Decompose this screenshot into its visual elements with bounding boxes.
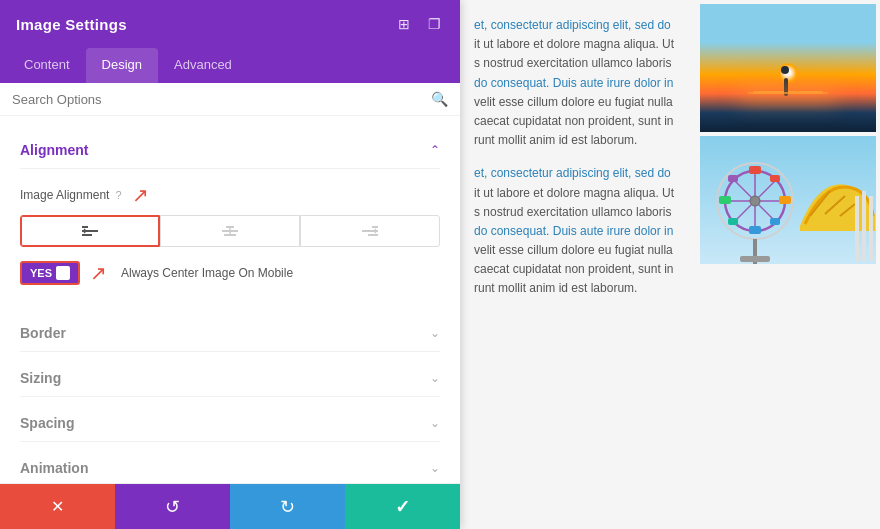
- arrow-annotation-2: ↗: [90, 261, 107, 285]
- alignment-field-label: Image Alignment ? ↗: [20, 183, 440, 207]
- arrow-annotation-1: ↗: [132, 183, 149, 207]
- beach-image: [700, 4, 876, 132]
- svg-rect-23: [749, 166, 761, 174]
- sizing-chevron: ⌄: [430, 371, 440, 385]
- svg-rect-29: [728, 218, 738, 225]
- svg-rect-0: [82, 226, 88, 228]
- section-alignment-header[interactable]: Alignment ⌃: [20, 132, 440, 169]
- tabs-bar: Content Design Advanced: [0, 48, 460, 83]
- text-column: et, consectetur adipiscing elit, sed do …: [460, 0, 700, 529]
- tab-design[interactable]: Design: [86, 48, 158, 83]
- ferris-image-visual: [700, 136, 876, 264]
- svg-rect-27: [728, 175, 738, 182]
- content-preview: et, consectetur adipiscing elit, sed do …: [460, 0, 880, 529]
- section-animation-header[interactable]: Animation ⌄: [20, 450, 440, 483]
- redo-icon: ↻: [280, 496, 295, 518]
- beach-image-visual: [700, 4, 876, 132]
- layout-icon[interactable]: ❐: [424, 14, 444, 34]
- sizing-title: Sizing: [20, 370, 61, 386]
- spacing-title: Spacing: [20, 415, 74, 431]
- search-input[interactable]: [12, 92, 431, 107]
- alignment-title: Alignment: [20, 142, 88, 158]
- align-center-button[interactable]: [160, 215, 300, 247]
- svg-rect-14: [855, 196, 859, 261]
- section-spacing: Spacing ⌄: [20, 405, 440, 442]
- search-bar: 🔍: [0, 83, 460, 116]
- cancel-button[interactable]: ✕: [0, 484, 115, 529]
- svg-rect-30: [770, 218, 780, 225]
- cancel-icon: ✕: [51, 497, 64, 516]
- toggle-yes-label: YES: [30, 267, 52, 279]
- content-area: et, consectetur adipiscing elit, sed do …: [460, 0, 880, 529]
- header-icons: ⊞ ❐: [394, 14, 444, 34]
- svg-rect-2: [82, 234, 92, 236]
- alignment-chevron: ⌃: [430, 143, 440, 157]
- images-column: [700, 0, 880, 529]
- svg-rect-28: [770, 175, 780, 182]
- tab-advanced[interactable]: Advanced: [158, 48, 248, 83]
- grid-icon[interactable]: ⊞: [394, 14, 414, 34]
- section-border: Border ⌄: [20, 315, 440, 352]
- help-icon[interactable]: ?: [115, 189, 121, 201]
- toggle-indicator: [56, 266, 70, 280]
- svg-rect-26: [779, 196, 791, 204]
- center-mobile-field: YES ↗ Always Center Image On Mobile: [20, 261, 440, 285]
- tab-content[interactable]: Content: [8, 48, 86, 83]
- toggle-button[interactable]: YES: [20, 261, 80, 285]
- section-sizing-header[interactable]: Sizing ⌄: [20, 360, 440, 396]
- animation-title: Animation: [20, 460, 88, 476]
- svg-point-31: [750, 196, 760, 206]
- panel-footer: ✕ ↺ ↻ ✓: [0, 483, 460, 529]
- alignment-buttons: [20, 215, 440, 247]
- text-block-1: et, consectetur adipiscing elit, sed do …: [474, 16, 686, 150]
- border-title: Border: [20, 325, 66, 341]
- svg-rect-9: [368, 234, 378, 236]
- panel-content: Alignment ⌃ Image Alignment ? ↗: [0, 116, 460, 483]
- section-animation: Animation ⌄: [20, 450, 440, 483]
- redo-button[interactable]: ↻: [230, 484, 345, 529]
- svg-rect-8: [362, 230, 378, 232]
- svg-rect-25: [719, 196, 731, 204]
- svg-rect-33: [740, 256, 770, 262]
- section-alignment: Alignment ⌃ Image Alignment ? ↗: [20, 132, 440, 307]
- svg-rect-15: [862, 191, 866, 261]
- svg-rect-16: [869, 196, 873, 261]
- center-mobile-label: Always Center Image On Mobile: [121, 266, 293, 280]
- ferris-image: [700, 136, 876, 264]
- undo-icon: ↺: [165, 496, 180, 518]
- section-spacing-header[interactable]: Spacing ⌄: [20, 405, 440, 441]
- section-sizing: Sizing ⌄: [20, 360, 440, 397]
- spacing-chevron: ⌄: [430, 416, 440, 430]
- border-chevron: ⌄: [430, 326, 440, 340]
- panel-header: Image Settings ⊞ ❐: [0, 0, 460, 48]
- search-icon: 🔍: [431, 91, 448, 107]
- alignment-body: Image Alignment ? ↗: [20, 169, 440, 307]
- save-icon: ✓: [395, 496, 410, 518]
- save-button[interactable]: ✓: [345, 484, 460, 529]
- panel-title: Image Settings: [16, 16, 127, 33]
- align-right-button[interactable]: [300, 215, 440, 247]
- animation-chevron: ⌄: [430, 461, 440, 475]
- section-border-header[interactable]: Border ⌄: [20, 315, 440, 351]
- svg-rect-1: [82, 230, 98, 232]
- align-left-button[interactable]: [20, 215, 160, 247]
- svg-rect-24: [749, 226, 761, 234]
- image-alignment-field: Image Alignment ? ↗: [20, 183, 440, 247]
- settings-panel: Image Settings ⊞ ❐ Content Design Advanc…: [0, 0, 460, 529]
- toggle-row: YES ↗ Always Center Image On Mobile: [20, 261, 440, 285]
- text-block-2: et, consectetur adipiscing elit, sed do …: [474, 164, 686, 298]
- svg-rect-7: [372, 226, 378, 228]
- undo-button[interactable]: ↺: [115, 484, 230, 529]
